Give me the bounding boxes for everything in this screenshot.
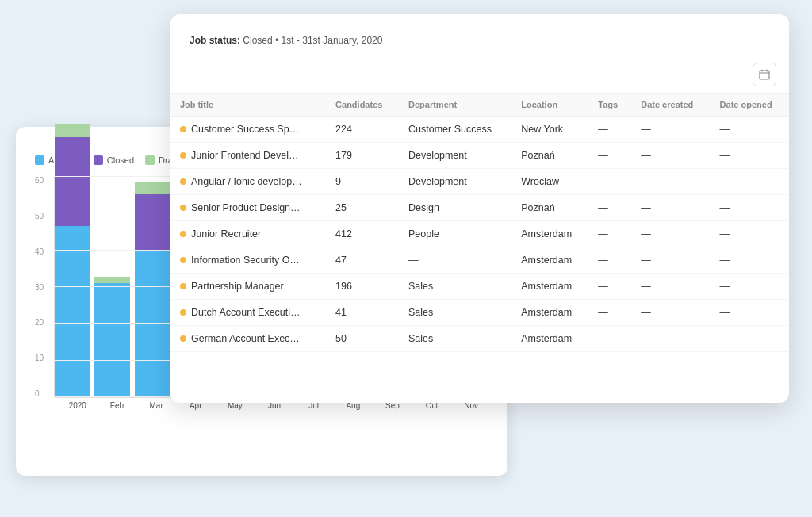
date-opened-cell: — [710, 195, 789, 221]
table-column-header: Date opened [710, 94, 789, 117]
job-title-cell: Angular / Ionic develop… [170, 169, 326, 195]
bar-segment [55, 226, 90, 397]
table-row[interactable]: Junior Frontend Devel…179DevelopmentPozn… [170, 143, 789, 169]
table-scroll[interactable]: Job titleCandidatesDepartmentLocationTag… [170, 94, 789, 403]
jobs-table: Job titleCandidatesDepartmentLocationTag… [170, 94, 789, 352]
candidates-cell: 412 [326, 221, 399, 247]
location-cell: Wroclaw [511, 169, 588, 195]
department-cell: Sales [399, 300, 511, 326]
location-cell: Amsterdam [511, 300, 588, 326]
tags-cell: — [588, 274, 631, 300]
tags-cell: — [588, 169, 631, 195]
table-row[interactable]: Junior Recruiter412PeopleAmsterdam——— [170, 221, 789, 247]
candidates-cell: 47 [326, 247, 399, 274]
table-header: Job status: Closed • 1st - 31st January,… [170, 14, 789, 56]
date-opened-cell: — [710, 169, 789, 195]
department-cell: Design [399, 195, 511, 221]
table-column-header: Tags [588, 94, 631, 117]
candidates-cell: 41 [326, 300, 399, 326]
location-cell: Amsterdam [511, 274, 588, 300]
location-cell: Amsterdam [511, 326, 588, 352]
bar-segment [94, 283, 129, 397]
candidates-cell: 196 [326, 274, 399, 300]
table-card: Job status: Closed • 1st - 31st January,… [170, 14, 789, 403]
tags-cell: — [588, 195, 631, 221]
location-cell: Amsterdam [511, 221, 588, 247]
bar-segment [135, 194, 170, 251]
department-cell: Development [399, 143, 511, 169]
x-axis-label: 2020 [60, 401, 95, 410]
table-row[interactable]: Partnership Manager196SalesAmsterdam——— [170, 274, 789, 300]
x-axis-label: Feb [100, 401, 135, 410]
tags-cell: — [588, 247, 631, 274]
table-body: Customer Success Sp…224Customer SuccessN… [170, 117, 789, 352]
job-title-cell: Partnership Manager [170, 274, 326, 300]
y-axis-label: 20 [35, 318, 48, 327]
table-row[interactable]: Senior Product Design…25DesignPoznań——— [170, 195, 789, 221]
department-cell: People [399, 221, 511, 247]
job-status-dot [180, 205, 186, 211]
tags-cell: — [588, 143, 631, 169]
tags-cell: — [588, 326, 631, 352]
job-status-dot [180, 283, 186, 289]
job-status-dot [180, 231, 186, 237]
table-column-header: Candidates [326, 94, 399, 117]
y-axis-label: 0 [35, 389, 48, 398]
y-axis-label: 30 [35, 283, 48, 292]
table-column-header: Department [399, 94, 511, 117]
x-axis-label: Mar [139, 401, 174, 410]
table-row[interactable]: Angular / Ionic develop…9DevelopmentWroc… [170, 169, 789, 195]
table-toolbar [170, 56, 789, 94]
date-opened-cell: — [710, 143, 789, 169]
date-created-cell: — [631, 169, 710, 195]
date-created-cell: — [631, 274, 710, 300]
job-title-cell: Junior Recruiter [170, 221, 326, 247]
department-cell: Customer Success [399, 117, 511, 143]
table-filter: Job status: Closed • 1st - 31st January,… [190, 35, 770, 46]
calendar-icon[interactable] [753, 63, 776, 86]
candidates-cell: 50 [326, 326, 399, 352]
bar-group [135, 182, 170, 397]
date-created-cell: — [631, 247, 710, 274]
bar-segment [135, 251, 170, 397]
bar-segment [135, 182, 170, 194]
date-opened-cell: — [710, 117, 789, 143]
date-created-cell: — [631, 221, 710, 247]
job-status-dot [180, 152, 186, 159]
bar-segment [55, 124, 90, 137]
y-axis-label: 60 [35, 176, 48, 185]
table-row[interactable]: German Account Exec…50SalesAmsterdam——— [170, 326, 789, 352]
candidates-cell: 224 [326, 117, 399, 143]
bar-segment [94, 277, 129, 283]
location-cell: New York [511, 117, 588, 143]
job-status-dot [180, 335, 186, 342]
date-opened-cell: — [710, 300, 789, 326]
department-cell: — [399, 247, 511, 274]
tags-cell: — [588, 300, 631, 326]
job-title-cell: Junior Frontend Devel… [170, 143, 326, 169]
date-opened-cell: — [710, 326, 789, 352]
job-status-dot [180, 309, 186, 316]
table-row[interactable]: Information Security O…47—Amsterdam——— [170, 247, 789, 274]
y-axis-label: 50 [35, 212, 48, 220]
bar-group [94, 277, 129, 397]
job-status-dot [180, 178, 186, 185]
job-title-cell: Dutch Account Executi… [170, 300, 326, 326]
table-row[interactable]: Dutch Account Executi…41SalesAmsterdam——… [170, 300, 789, 326]
department-cell: Sales [399, 274, 511, 300]
bar-group [55, 124, 90, 397]
table-row[interactable]: Customer Success Sp…224Customer SuccessN… [170, 117, 789, 143]
location-cell: Amsterdam [511, 247, 588, 274]
table-header-row: Job titleCandidatesDepartmentLocationTag… [170, 94, 789, 117]
job-status-dot [180, 257, 186, 263]
y-axis: 0102030405060 [35, 176, 54, 398]
candidates-cell: 179 [326, 143, 399, 169]
bar-segment [55, 137, 90, 226]
tags-cell: — [588, 221, 631, 247]
date-created-cell: — [631, 143, 710, 169]
date-created-cell: — [631, 326, 710, 352]
job-title-cell: German Account Exec… [170, 326, 326, 352]
date-opened-cell: — [710, 247, 789, 274]
table-head: Job titleCandidatesDepartmentLocationTag… [170, 94, 789, 117]
date-created-cell: — [631, 117, 710, 143]
